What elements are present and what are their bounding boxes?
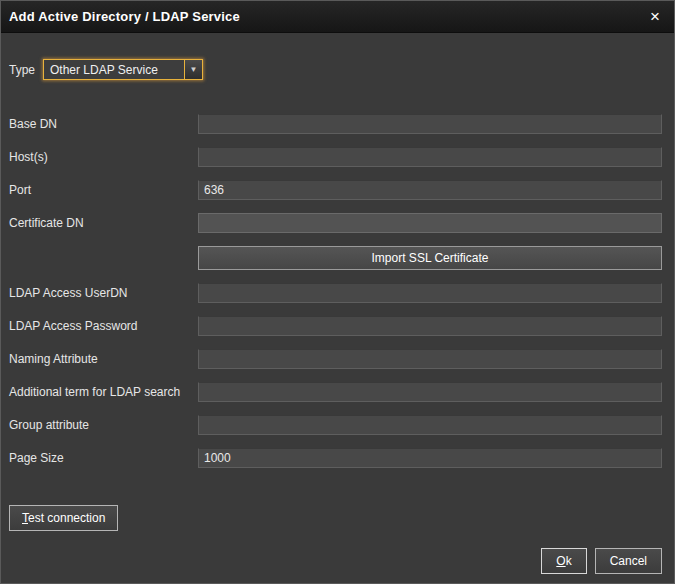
- hosts-input[interactable]: [198, 147, 662, 167]
- import-ssl-certificate-button[interactable]: Import SSL Certificate: [198, 246, 662, 270]
- base-dn-input[interactable]: [198, 114, 662, 134]
- group-attribute-label: Group attribute: [9, 418, 198, 432]
- type-dropdown-value: Other LDAP Service: [44, 60, 184, 79]
- dialog-content: Type Other LDAP Service ▼ Base DN Host(s…: [1, 33, 674, 531]
- field-row-base-dn: Base DN: [9, 114, 662, 134]
- group-attribute-input[interactable]: [198, 415, 662, 435]
- base-dn-label: Base DN: [9, 117, 198, 131]
- dialog-title: Add Active Directory / LDAP Service: [9, 9, 240, 24]
- field-row-naming-attribute: Naming Attribute: [9, 349, 662, 369]
- naming-attribute-label: Naming Attribute: [9, 352, 198, 366]
- page-size-input[interactable]: [198, 448, 662, 468]
- field-row-additional-term: Additional term for LDAP search: [9, 382, 662, 402]
- field-row-certificate-dn: Certificate DN: [9, 213, 662, 233]
- field-row-group-attribute: Group attribute: [9, 415, 662, 435]
- field-row-ldap-access-password: LDAP Access Password: [9, 316, 662, 336]
- add-ldap-service-dialog: Add Active Directory / LDAP Service × Ty…: [0, 0, 675, 584]
- certificate-dn-input[interactable]: [198, 213, 662, 233]
- field-row-ldap-access-userdn: LDAP Access UserDN: [9, 283, 662, 303]
- port-label: Port: [9, 183, 198, 197]
- additional-term-input[interactable]: [198, 382, 662, 402]
- dialog-footer: Ok Cancel: [541, 548, 662, 574]
- ok-button[interactable]: Ok: [541, 548, 586, 574]
- close-icon[interactable]: ×: [648, 6, 662, 27]
- ldap-access-userdn-input[interactable]: [198, 283, 662, 303]
- field-row-port: Port: [9, 180, 662, 200]
- field-row-import-ssl: Import SSL Certificate: [9, 246, 662, 270]
- cancel-button[interactable]: Cancel: [595, 548, 662, 574]
- page-size-label: Page Size: [9, 451, 198, 465]
- certificate-dn-label: Certificate DN: [9, 216, 198, 230]
- chevron-down-icon[interactable]: ▼: [184, 60, 202, 79]
- naming-attribute-input[interactable]: [198, 349, 662, 369]
- ok-mnemonic: O: [556, 554, 565, 568]
- field-row-hosts: Host(s): [9, 147, 662, 167]
- test-connection-rest: est connection: [28, 511, 105, 525]
- ok-rest: k: [566, 554, 572, 568]
- field-row-page-size: Page Size: [9, 448, 662, 468]
- type-label: Type: [9, 63, 35, 77]
- type-row: Type Other LDAP Service ▼: [9, 59, 662, 80]
- test-connection-button[interactable]: Test connection: [9, 505, 118, 531]
- ldap-access-password-label: LDAP Access Password: [9, 319, 198, 333]
- port-input[interactable]: [198, 180, 662, 200]
- type-dropdown[interactable]: Other LDAP Service ▼: [43, 59, 203, 80]
- dialog-titlebar: Add Active Directory / LDAP Service ×: [1, 1, 674, 33]
- additional-term-label: Additional term for LDAP search: [9, 385, 198, 399]
- hosts-label: Host(s): [9, 150, 198, 164]
- ldap-access-userdn-label: LDAP Access UserDN: [9, 286, 198, 300]
- ldap-access-password-input[interactable]: [198, 316, 662, 336]
